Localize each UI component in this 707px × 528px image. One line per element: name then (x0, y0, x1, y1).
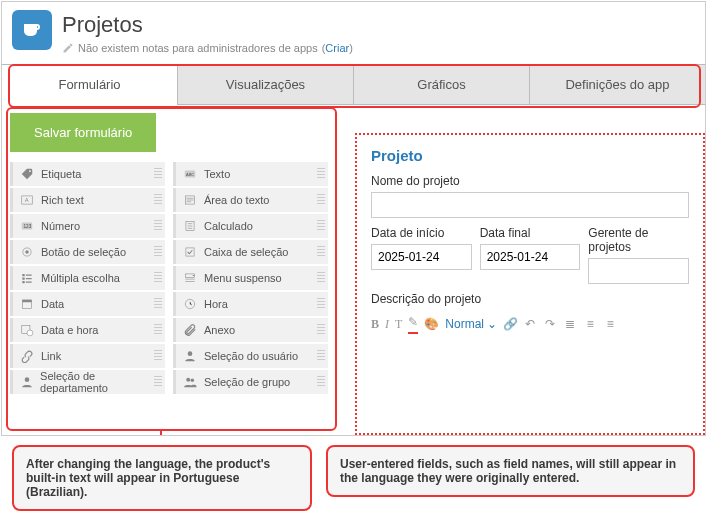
start-date-input[interactable] (371, 244, 472, 270)
grip-icon (154, 376, 162, 388)
svg-point-19 (186, 378, 190, 382)
grip-icon (317, 350, 325, 362)
tab-3[interactable]: Definições do app (529, 65, 705, 105)
palette-item-dropdown[interactable]: Menu suspenso (173, 266, 328, 290)
pen-button[interactable]: ✎ (408, 315, 418, 334)
create-note-link[interactable]: Criar (325, 42, 349, 54)
number-icon: 123 (19, 218, 35, 234)
calc-icon (182, 218, 198, 234)
pencil-icon (62, 42, 74, 54)
tab-0[interactable]: Formulário (2, 65, 177, 105)
outdent-button[interactable]: ≡ (603, 317, 617, 331)
grip-icon (317, 168, 325, 180)
link-button[interactable]: 🔗 (503, 317, 517, 331)
calendarclock-icon (19, 322, 35, 338)
palette-item-attachment[interactable]: Anexo (173, 318, 328, 342)
radio-icon (19, 244, 35, 260)
palette-item-user[interactable]: Seleção do usuário (173, 344, 328, 368)
start-date-label: Data de início (371, 226, 472, 240)
textarea-icon (182, 192, 198, 208)
grip-icon (317, 272, 325, 284)
end-date-label: Data final (480, 226, 581, 240)
manager-label: Gerente de projetos (588, 226, 689, 254)
palette-item-checkbox[interactable]: Caixa de seleção (173, 240, 328, 264)
form-area: Projeto Nome do projeto Data de início D… (355, 133, 705, 435)
description-label: Descrição do projeto (371, 292, 689, 306)
manager-input[interactable] (588, 258, 689, 284)
callout-left: After changing the language, the product… (12, 445, 312, 511)
user-icon (19, 374, 34, 390)
palette-item-tag[interactable]: Etiqueta (10, 162, 165, 186)
grip-icon (317, 194, 325, 206)
palette-button[interactable]: 🎨 (424, 317, 439, 332)
annotation-connector-left (160, 431, 162, 435)
grip-icon (154, 194, 162, 206)
bullet-list-button[interactable]: ≣ (563, 317, 577, 331)
users-icon (182, 374, 198, 390)
grip-icon (154, 324, 162, 336)
svg-point-18 (188, 351, 193, 356)
palette-item-radio[interactable]: Botão de seleção (10, 240, 165, 264)
checkbox-icon (182, 244, 198, 260)
clock-icon (182, 296, 198, 312)
attachment-icon (182, 322, 198, 338)
undo-button[interactable]: ↶ (523, 317, 537, 331)
redo-button[interactable]: ↷ (543, 317, 557, 331)
callout-right: User-entered fields, such as field names… (326, 445, 695, 497)
palette-item-calendar[interactable]: Data (10, 292, 165, 316)
header: Projetos Não existem notas para administ… (2, 2, 705, 64)
right-panel: Projeto Nome do projeto Data de início D… (335, 113, 705, 435)
tabs: FormulárioVisualizaçõesGráficosDefiniçõe… (2, 64, 705, 105)
grip-icon (154, 298, 162, 310)
number-list-button[interactable]: ≡ (583, 317, 597, 331)
grip-icon (317, 324, 325, 336)
text-icon: ABC (182, 166, 198, 182)
svg-text:123: 123 (24, 224, 32, 229)
palette-item-link[interactable]: Link (10, 344, 165, 368)
svg-text:ABC: ABC (186, 172, 194, 177)
palette-item-user[interactable]: Seleção de departamento (10, 370, 165, 394)
svg-point-9 (27, 330, 33, 336)
italic-button[interactable]: I (385, 317, 389, 332)
subtitle: Não existem notas para administradores d… (62, 42, 353, 54)
svg-point-20 (191, 379, 195, 383)
grip-icon (154, 220, 162, 232)
grip-icon (154, 272, 162, 284)
textcolor-button[interactable]: T (395, 317, 402, 332)
end-date-input[interactable] (480, 244, 581, 270)
left-panel: Salvar formulário EtiquetaARich text123N… (10, 113, 335, 435)
svg-rect-15 (186, 248, 194, 256)
palette-item-textarea[interactable]: Área do texto (173, 188, 328, 212)
svg-point-6 (25, 250, 29, 254)
grip-icon (317, 376, 325, 388)
save-form-button[interactable]: Salvar formulário (10, 113, 156, 152)
dropdown-icon (182, 270, 198, 286)
grip-icon (317, 220, 325, 232)
tag-icon (19, 166, 35, 182)
palette-item-text[interactable]: ABCTexto (173, 162, 328, 186)
palette-item-users[interactable]: Seleção de grupo (173, 370, 328, 394)
grip-icon (154, 350, 162, 362)
page-title: Projetos (62, 12, 353, 38)
richtext-toolbar: B I T ✎ 🎨 Normal ⌄ 🔗 ↶ ↷ ≣ ≡ ≡ (371, 310, 689, 338)
palette-item-richtext[interactable]: ARich text (10, 188, 165, 212)
tab-1[interactable]: Visualizações (177, 65, 353, 105)
grip-icon (317, 246, 325, 258)
link-icon (19, 348, 35, 364)
grip-icon (154, 168, 162, 180)
app-icon (12, 10, 52, 50)
svg-text:A: A (25, 197, 29, 203)
style-dropdown[interactable]: Normal ⌄ (445, 317, 497, 331)
tab-2[interactable]: Gráficos (353, 65, 529, 105)
project-name-input[interactable] (371, 192, 689, 218)
palette-item-calendarclock[interactable]: Data e hora (10, 318, 165, 342)
form-section-title: Projeto (371, 147, 689, 164)
palette-item-clock[interactable]: Hora (173, 292, 328, 316)
svg-point-0 (29, 170, 31, 172)
palette-item-number[interactable]: 123Número (10, 214, 165, 238)
bold-button[interactable]: B (371, 317, 379, 332)
palette-item-checklist[interactable]: Múltipla escolha (10, 266, 165, 290)
palette-item-calc[interactable]: Calculado (173, 214, 328, 238)
calendar-icon (19, 296, 35, 312)
checklist-icon (19, 270, 35, 286)
